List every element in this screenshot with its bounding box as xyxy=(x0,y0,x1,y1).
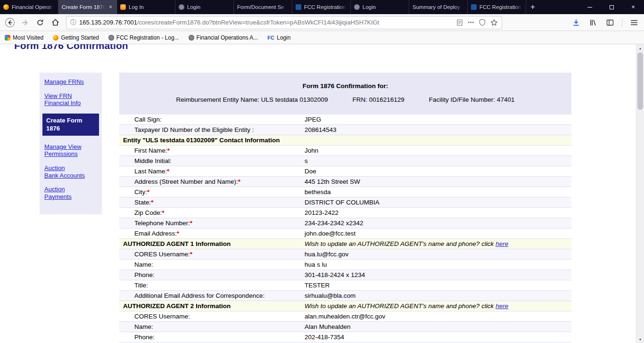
home-button[interactable] xyxy=(48,16,62,30)
tab-title: FCC Registration xyxy=(304,4,347,10)
browser-tab[interactable]: FCC Registration xyxy=(292,0,351,14)
globe-bookmark-icon xyxy=(189,35,194,41)
downloads-button[interactable] xyxy=(569,16,583,30)
form-header-title: Form 1876 Confirmation for: xyxy=(119,82,571,90)
sidebar-link[interactable]: Manage FRNs xyxy=(44,78,84,85)
field-label: Name: xyxy=(119,323,301,330)
section-row: AUTHORIZED AGENT 2 InformationWish to up… xyxy=(119,301,571,311)
bookmark-item[interactable]: Getting Started xyxy=(53,34,99,41)
sidebar-link[interactable]: Auction Bank Accounts xyxy=(44,164,85,179)
scrollbar-thumb[interactable] xyxy=(637,52,643,110)
field-value: sirhualu@bla.com xyxy=(301,292,571,299)
form-row: Phone:301-418-2424 x 1234 xyxy=(119,270,571,280)
required-asterisk: * xyxy=(190,251,192,258)
firefox-favicon-icon xyxy=(3,4,9,10)
agent-update-here-link[interactable]: here xyxy=(495,302,508,310)
toolbar-separator xyxy=(622,18,622,27)
url-bar[interactable]: ⓘ 165.135.209.76:7001/cores/createForm18… xyxy=(66,16,502,29)
bookmark-item[interactable]: FCLogin xyxy=(267,34,290,41)
section-title: Entity "ULS testdata 01302009" Contact I… xyxy=(119,137,280,144)
maximize-button[interactable] xyxy=(601,0,622,14)
sidebar-item[interactable]: Create Form 1876 xyxy=(42,114,99,136)
sidebar-item[interactable]: Manage FRNs xyxy=(44,78,97,86)
sidebar-item[interactable]: View FRN Financial Info xyxy=(44,92,97,107)
field-value: hua.lu@fcc.gov xyxy=(301,251,571,258)
browser-tab[interactable]: Financial Operat xyxy=(0,0,58,14)
bookmarks-bar: Most VisitedGetting StartedFCC Registrat… xyxy=(0,31,644,44)
reload-icon xyxy=(36,19,44,26)
sidebar-link[interactable]: Auction Payments xyxy=(44,186,72,200)
sidebar: Manage FRNsView FRN Financial InfoCreate… xyxy=(40,73,102,214)
sidebar-item[interactable]: Auction Bank Accounts xyxy=(44,164,97,179)
field-label: CORES Username: xyxy=(119,313,301,320)
scroll-up-arrow[interactable]: ▲ xyxy=(636,44,644,52)
minimize-button[interactable] xyxy=(579,0,601,14)
title-bar: Financial OperatCreate Form 1876×Log InL… xyxy=(0,0,644,14)
window-controls: × xyxy=(579,0,644,14)
shield-icon[interactable] xyxy=(479,19,486,26)
library-button[interactable] xyxy=(586,16,600,30)
browser-tab[interactable]: Log In xyxy=(117,0,175,14)
form-header-info-item: Reimbursement Entity Name: ULS testdata … xyxy=(176,96,328,103)
bookmark-item[interactable]: FCC Registration - Log... xyxy=(108,34,179,41)
page-actions-menu-icon[interactable]: ••• xyxy=(468,20,474,25)
form-row: Zip Code:*20123-2422 xyxy=(119,208,571,218)
reader-mode-icon[interactable] xyxy=(456,19,463,26)
required-asterisk: * xyxy=(190,220,192,227)
new-tab-button[interactable]: + xyxy=(526,0,539,14)
field-label: Additional Email Address for Corresponde… xyxy=(119,292,301,299)
field-value: 208614543 xyxy=(301,126,571,133)
agent-update-here-link[interactable]: here xyxy=(495,240,508,247)
site-info-icon[interactable]: ⓘ xyxy=(70,18,76,27)
forward-button[interactable] xyxy=(18,16,32,30)
sidebar-link[interactable]: Manage View Permissions xyxy=(44,143,82,158)
scroll-down-arrow[interactable]: ▼ xyxy=(636,335,644,343)
field-label: Phone: xyxy=(119,334,301,341)
bookmark-star-icon[interactable] xyxy=(490,19,498,26)
menu-button[interactable] xyxy=(627,16,641,30)
bookmark-label: Getting Started xyxy=(61,34,99,41)
tab-title: Form/Document Se xyxy=(237,4,289,10)
bookmark-item[interactable]: Most Visited xyxy=(5,34,43,41)
back-button[interactable] xyxy=(3,16,17,30)
field-value: John xyxy=(301,147,571,154)
url-host: 165.135.209.76:7001 xyxy=(79,19,137,26)
tab-title: Financial Operat xyxy=(12,4,55,10)
form-row: Name:Alan Muhealden xyxy=(119,322,571,332)
browser-tab[interactable]: Form/Document Se xyxy=(234,0,292,14)
tab-strip: Financial OperatCreate Form 1876×Log InL… xyxy=(0,0,526,14)
form-row: Middle Initial:s xyxy=(119,156,571,166)
close-button[interactable]: × xyxy=(622,0,644,14)
form-row: Phone:202-418-7354 xyxy=(119,332,571,343)
url-path: /cores/createForm1876.do?btnReView=true&… xyxy=(137,19,380,26)
field-label: First Name:* xyxy=(119,147,301,154)
bookmark-label: Financial Operations A... xyxy=(197,34,258,41)
sidebars-icon xyxy=(606,19,614,26)
browser-tab[interactable]: FCC Registration xyxy=(468,0,526,14)
browser-tab[interactable]: Create Form 1876× xyxy=(58,0,117,14)
page-title: Form 1876 Confirmation xyxy=(14,44,128,51)
library-icon xyxy=(589,19,597,26)
vertical-scrollbar[interactable]: ▲ ▼ xyxy=(636,44,644,343)
bookmark-item[interactable]: Financial Operations A... xyxy=(189,34,258,41)
sidebar-toggle-button[interactable] xyxy=(603,16,617,30)
url-text[interactable]: 165.135.209.76:7001/cores/createForm1876… xyxy=(79,19,454,26)
browser-tab[interactable]: Login xyxy=(351,0,409,14)
field-label: Email Address:* xyxy=(119,230,301,237)
sidebar-item[interactable]: Manage View Permissions xyxy=(44,143,97,158)
field-label: Telephone Number:* xyxy=(119,220,301,227)
browser-tab[interactable]: Login xyxy=(175,0,234,14)
form-row: CORES Username:alan.muhealden.ctr@fcc.go… xyxy=(119,311,571,322)
navigation-toolbar: ⓘ 165.135.209.76:7001/cores/createForm18… xyxy=(0,14,644,31)
field-value: JPEG xyxy=(301,116,571,123)
reload-button[interactable] xyxy=(33,16,47,30)
bookmark-label: Most Visited xyxy=(13,34,43,41)
sidebar-link[interactable]: View FRN Financial Info xyxy=(44,92,81,107)
browser-tab[interactable]: Summary of Deploy xyxy=(409,0,468,14)
forward-icon xyxy=(21,18,29,27)
tab-close-icon[interactable]: × xyxy=(108,4,113,10)
field-label: CORES Username:* xyxy=(119,251,301,258)
sidebar-item[interactable]: Auction Payments xyxy=(44,186,97,200)
page-actions: ••• xyxy=(456,19,498,26)
form-row: Taxpayer ID Number of the Eligible Entit… xyxy=(119,125,571,135)
